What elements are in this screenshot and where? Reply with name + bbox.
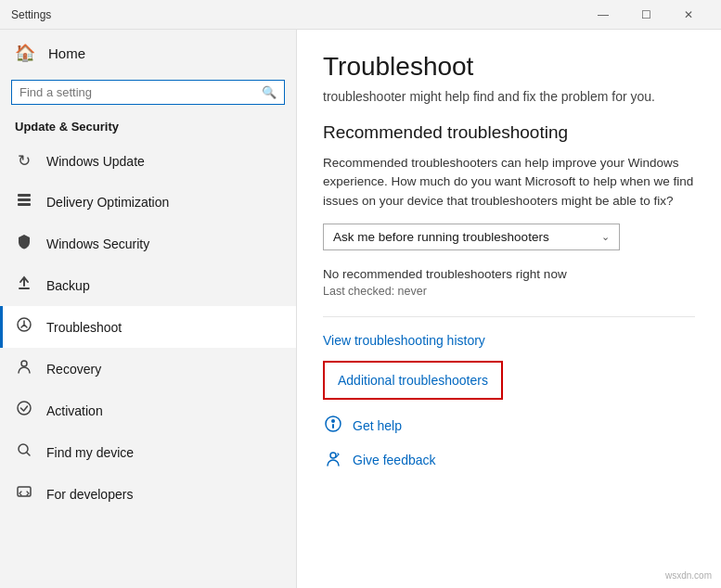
svg-rect-1 [18,198,31,201]
title-bar: Settings — ☐ ✕ [0,0,721,30]
get-help-item: Get help [323,415,695,438]
sidebar-item-label: Delivery Optimization [46,195,169,210]
page-subtitle: troubleshooter might help find and fix t… [323,89,695,104]
svg-point-5 [21,361,27,366]
dropdown-value: Ask me before running troubleshooters [333,230,549,244]
recovery-icon [15,358,33,379]
view-history-link[interactable]: View troubleshooting history [323,333,485,348]
maximize-button[interactable]: ☐ [624,0,667,30]
shield-icon [15,233,33,254]
search-input[interactable] [19,85,262,99]
recommended-desc: Recommended troubleshooters can help imp… [323,154,695,211]
find-device-icon [15,441,33,463]
sidebar-item-backup[interactable]: Backup [0,264,296,306]
sidebar-item-for-developers[interactable]: For developers [0,473,296,515]
svg-point-6 [18,402,31,415]
app-title: Settings [11,8,51,21]
chevron-down-icon: ⌄ [601,231,610,243]
sidebar-item-windows-security[interactable]: Windows Security [0,223,296,264]
sidebar-home-label: Home [48,45,85,61]
status-text: No recommended troubleshooters right now [323,267,695,281]
sidebar-item-label: Recovery [46,362,101,377]
delivery-optimization-icon [15,191,33,212]
sidebar-item-label: Windows Security [46,236,149,251]
status-sub: Last checked: never [323,285,695,298]
sidebar: 🏠 Home 🔍 Update & Security ↻ Windows Upd… [0,30,297,588]
window-controls: — ☐ ✕ [582,0,710,30]
sidebar-item-delivery-optimization[interactable]: Delivery Optimization [0,181,296,223]
additional-troubleshooters-box: Additional troubleshooters [323,361,503,400]
give-feedback-item: Give feedback [323,449,695,472]
sidebar-item-find-my-device[interactable]: Find my device [0,431,296,473]
troubleshoot-icon [15,316,33,338]
sidebar-item-label: Troubleshoot [46,320,122,335]
sidebar-search-box[interactable]: 🔍 [11,80,285,105]
svg-rect-0 [18,194,31,197]
minimize-button[interactable]: — [582,0,624,30]
give-feedback-icon [323,449,343,472]
svg-point-10 [331,419,335,423]
additional-troubleshooters-link[interactable]: Additional troubleshooters [338,373,488,388]
close-button[interactable]: ✕ [667,0,710,30]
svg-rect-11 [332,424,334,428]
svg-rect-2 [18,203,31,206]
sidebar-section-title: Update & Security [0,116,296,141]
home-icon: 🏠 [15,43,35,63]
developers-icon [15,483,33,505]
svg-rect-8 [18,487,31,496]
sidebar-item-label: For developers [46,487,133,502]
sidebar-item-label: Find my device [46,445,134,460]
sidebar-item-label: Windows Update [46,154,145,169]
get-help-link[interactable]: Get help [353,418,402,433]
give-feedback-link[interactable]: Give feedback [353,453,436,467]
sidebar-item-home[interactable]: 🏠 Home [0,30,296,76]
backup-icon [15,275,33,296]
page-title: Troubleshoot [323,52,695,82]
recommended-section-title: Recommended troubleshooting [323,122,695,143]
windows-update-icon: ↻ [15,151,33,171]
sidebar-item-label: Activation [46,403,103,418]
content-area: Troubleshoot troubleshooter might help f… [297,30,721,588]
watermark: wsxdn.com [665,570,712,581]
sidebar-item-activation[interactable]: Activation [0,390,296,431]
app-body: 🏠 Home 🔍 Update & Security ↻ Windows Upd… [0,30,721,588]
svg-rect-3 [19,288,30,289]
troubleshoot-dropdown[interactable]: Ask me before running troubleshooters ⌄ [323,224,620,250]
sidebar-item-label: Backup [46,278,90,293]
sidebar-item-troubleshoot[interactable]: Troubleshoot [0,306,296,348]
get-help-icon [323,415,343,438]
sidebar-item-recovery[interactable]: Recovery [0,348,296,390]
search-icon: 🔍 [262,85,277,99]
svg-point-12 [330,453,336,458]
divider [323,316,695,317]
activation-icon [15,400,33,421]
sidebar-item-windows-update[interactable]: ↻ Windows Update [0,141,296,181]
